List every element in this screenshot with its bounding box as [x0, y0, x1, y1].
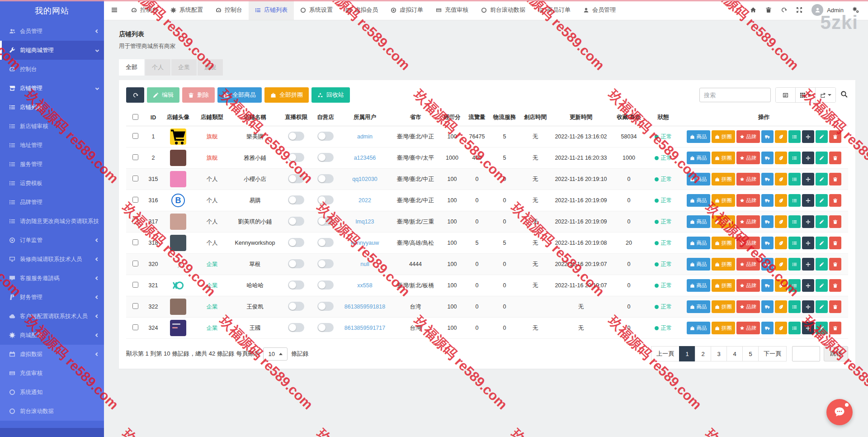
- products-button[interactable]: 商品: [687, 215, 710, 228]
- all-products-button[interactable]: 全部商品: [217, 87, 262, 103]
- live-permission-toggle[interactable]: [288, 323, 304, 332]
- groupbuy-button[interactable]: 拼團: [712, 194, 735, 207]
- home-icon[interactable]: [750, 7, 756, 13]
- sidebar-item[interactable]: 前端商城管理: [0, 41, 104, 60]
- leaf-button[interactable]: [775, 279, 787, 292]
- live-permission-toggle[interactable]: [288, 280, 304, 290]
- sidebar-item[interactable]: 服务管理: [0, 155, 104, 174]
- delivery-button[interactable]: [761, 152, 774, 164]
- brand-button[interactable]: 品牌: [736, 322, 760, 334]
- nav-tab[interactable]: 店铺列表: [249, 0, 294, 20]
- self-operated-toggle[interactable]: [317, 174, 334, 183]
- brand-button[interactable]: 品牌: [736, 258, 760, 271]
- search-button[interactable]: [840, 90, 848, 100]
- move-button[interactable]: [802, 130, 814, 143]
- page-button[interactable]: 1: [679, 346, 695, 361]
- move-button[interactable]: [802, 300, 814, 313]
- move-button[interactable]: [802, 173, 814, 185]
- live-permission-toggle[interactable]: [288, 132, 304, 141]
- delete-row-button[interactable]: [829, 300, 841, 313]
- products-button[interactable]: 商品: [687, 237, 710, 249]
- owner-user-link[interactable]: 2022: [359, 197, 371, 204]
- edit-row-button[interactable]: [816, 322, 828, 334]
- owner-user-link[interactable]: null: [360, 261, 369, 267]
- groupbuy-button[interactable]: 拼團: [712, 173, 735, 185]
- edit-row-button[interactable]: [816, 215, 828, 228]
- products-button[interactable]: 商品: [687, 279, 710, 292]
- edit-row-button[interactable]: [816, 237, 828, 249]
- refresh-icon[interactable]: [781, 7, 787, 13]
- edit-button[interactable]: 编辑: [147, 87, 179, 103]
- detail-list-button[interactable]: [788, 237, 801, 249]
- self-operated-toggle[interactable]: [317, 217, 334, 226]
- nav-tab[interactable]: 控制台: [125, 0, 164, 20]
- row-checkbox[interactable]: [132, 133, 138, 139]
- owner-user-link[interactable]: 8613859591717: [344, 325, 385, 331]
- leaf-button[interactable]: [775, 215, 787, 228]
- self-operated-toggle[interactable]: [317, 132, 334, 141]
- live-permission-toggle[interactable]: [288, 153, 304, 162]
- brand-button[interactable]: 品牌: [736, 237, 760, 249]
- brand-button[interactable]: 品牌: [736, 215, 760, 228]
- refresh-button[interactable]: [126, 87, 144, 103]
- filter-tab[interactable]: 全部: [119, 59, 144, 76]
- owner-user-link[interactable]: lmq123: [356, 218, 374, 225]
- edit-row-button[interactable]: [816, 130, 828, 143]
- row-checkbox[interactable]: [132, 197, 138, 203]
- delete-row-button[interactable]: [829, 173, 841, 185]
- delete-row-button[interactable]: [829, 237, 841, 249]
- live-permission-toggle[interactable]: [288, 259, 304, 268]
- brand-button[interactable]: 品牌: [736, 152, 760, 164]
- detail-list-button[interactable]: [788, 173, 801, 185]
- delete-row-button[interactable]: [829, 258, 841, 271]
- row-checkbox[interactable]: [132, 154, 138, 160]
- sidebar-item[interactable]: 虚拟数据: [0, 345, 104, 364]
- nav-tab[interactable]: 会员管理: [577, 0, 622, 20]
- edit-row-button[interactable]: [816, 152, 828, 164]
- delete-row-button[interactable]: [829, 215, 841, 228]
- next-page-button[interactable]: 下一頁: [758, 346, 787, 361]
- brand-button[interactable]: 品牌: [736, 300, 760, 313]
- sidebar-item[interactable]: 客户端配置请联系技术人员: [0, 307, 104, 326]
- live-permission-toggle[interactable]: [288, 302, 304, 311]
- self-operated-toggle[interactable]: [317, 153, 334, 162]
- delivery-button[interactable]: [761, 300, 774, 313]
- sidebar-item[interactable]: 充值审核: [0, 364, 104, 383]
- clear-cache-icon[interactable]: [765, 7, 772, 13]
- detail-list-button[interactable]: [788, 130, 801, 143]
- sidebar-item[interactable]: 地址管理: [0, 136, 104, 155]
- row-checkbox[interactable]: [132, 303, 138, 309]
- page-button[interactable]: 3: [711, 346, 727, 361]
- prev-page-button[interactable]: 上一頁: [651, 346, 679, 361]
- products-button[interactable]: 商品: [687, 194, 710, 207]
- sidebar-item[interactable]: 客服服务邀請碼: [0, 269, 104, 288]
- detail-list-button[interactable]: [788, 279, 801, 292]
- leaf-button[interactable]: [775, 130, 787, 143]
- groupbuy-button[interactable]: 拼團: [712, 237, 735, 249]
- export-dropdown-button[interactable]: [816, 88, 835, 102]
- nav-tab[interactable]: 系统配置: [164, 0, 209, 20]
- sidebar-item[interactable]: 店铺管理: [0, 79, 104, 98]
- delivery-button[interactable]: [761, 322, 774, 334]
- detail-list-button[interactable]: [788, 194, 801, 207]
- products-button[interactable]: 商品: [687, 322, 710, 334]
- sidebar-item[interactable]: 新店铺审核: [0, 117, 104, 136]
- row-checkbox[interactable]: [132, 239, 138, 245]
- brand-button[interactable]: 品牌: [736, 279, 760, 292]
- fullscreen-icon[interactable]: [796, 7, 802, 13]
- self-operated-toggle[interactable]: [317, 280, 334, 290]
- products-button[interactable]: 商品: [687, 300, 710, 313]
- delivery-button[interactable]: [761, 173, 774, 185]
- leaf-button[interactable]: [775, 194, 787, 207]
- leaf-button[interactable]: [775, 237, 787, 249]
- groupbuy-button[interactable]: 拼團: [712, 130, 735, 143]
- recycle-bin-button[interactable]: 回收站: [311, 87, 350, 103]
- sidebar-item[interactable]: 控制台: [0, 60, 104, 79]
- brand-button[interactable]: 品牌: [736, 173, 760, 185]
- self-operated-toggle[interactable]: [317, 259, 334, 268]
- page-button[interactable]: 5: [742, 346, 759, 361]
- edit-row-button[interactable]: [816, 300, 828, 313]
- nav-tab[interactable]: 前台滚动数据: [475, 0, 532, 20]
- brand-button[interactable]: 品牌: [736, 130, 760, 143]
- live-permission-toggle[interactable]: [288, 217, 304, 226]
